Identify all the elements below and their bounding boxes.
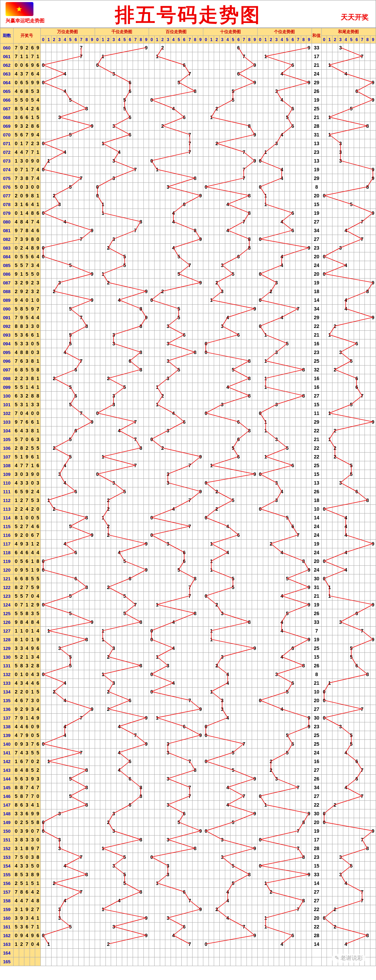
data-row: 0928833088330222 <box>0 322 376 331</box>
data-row: 1216685566855300 <box>0 574 376 583</box>
data-row: 1027040070400111 <box>0 409 376 418</box>
data-row: 0654685346853266 <box>0 87 376 96</box>
data-row: 1577864278642277 <box>0 888 376 896</box>
data-row: 1093039030390155 <box>0 470 376 479</box>
data-row: 0699328693286288 <box>0 122 376 130</box>
data-row: 076503005030088 <box>0 183 376 191</box>
data-row: 1132242022420100 <box>0 505 376 514</box>
data-row: 1458874788747344 <box>0 783 376 792</box>
data-row: 1483369933699300 <box>0 810 376 818</box>
col-pos-1: 千位走势图 <box>95 28 149 36</box>
data-row: 1104330343303133 <box>0 479 376 487</box>
data-row: 0683661536615211 <box>0 113 376 122</box>
data-row: 0731309013090133 <box>0 157 376 165</box>
data-row: 0827398073980277 <box>0 235 376 244</box>
data-row: 1315832858328266 <box>0 662 376 670</box>
data-row: 0617117171171177 <box>0 52 376 61</box>
data-row: 0724477144771233 <box>0 148 376 157</box>
data-row: 0705679456794311 <box>0 130 376 139</box>
data-row: 0905859758597344 <box>0 305 376 313</box>
data-row: 0607926979269333 <box>0 43 376 52</box>
data-row: 1255583555835266 <box>0 609 376 618</box>
data-row: 1400937609376255 <box>0 740 376 748</box>
header-right: 天天开奖 <box>341 13 369 22</box>
data-row: 0678542685426255 <box>0 105 376 113</box>
data-row: 1369293492934277 <box>0 705 376 714</box>
data-row: 1513833038330177 <box>0 835 376 844</box>
data-row: 1062825528255222 <box>0 444 376 453</box>
data-row: 1169206792067244 <box>0 531 376 539</box>
data-row: 0917954479544299 <box>0 313 376 322</box>
data-row: 0869155091550200 <box>0 270 376 278</box>
col-tail: 和尾走势图 <box>321 28 376 36</box>
data-row: 1121275312753188 <box>0 496 376 505</box>
data-row: 1394790547905255 <box>0 731 376 740</box>
data-row: 1384460944609233 <box>0 722 376 731</box>
empty-row: 165 <box>0 958 376 966</box>
page-title: 排五号码走势图 <box>0 2 376 29</box>
data-row: 1006328863288277 <box>0 391 376 400</box>
data-row: 1523189731897288 <box>0 844 376 853</box>
data-row: 1478634186341222 <box>0 801 376 810</box>
col-pos-2: 百位走势图 <box>149 28 203 36</box>
data-row: 1438485284852277 <box>0 766 376 775</box>
data-row: 1046438164381222 <box>0 426 376 435</box>
data-row: 1620949609496288 <box>0 931 376 940</box>
data-row: 1490255802558200 <box>0 818 376 827</box>
data-row: 0935366153661211 <box>0 331 376 339</box>
data-row: 1039766197661299 <box>0 418 376 426</box>
col-pos-4: 个位走势图 <box>258 28 312 36</box>
data-row: 1116592465924266 <box>0 487 376 496</box>
empty-row: 164 <box>0 949 376 958</box>
data-row: 1342201522015100 <box>0 687 376 696</box>
data-row: 1228275982759311 <box>0 583 376 592</box>
data-row: 1084771647716255 <box>0 461 376 470</box>
data-row: 0710172301723133 <box>0 139 376 148</box>
data-row: 0855573455734244 <box>0 261 376 270</box>
data-row: 1235570455704211 <box>0 592 376 601</box>
data-row: 1186464464644244 <box>0 548 376 557</box>
data-row: 1055706357063211 <box>0 435 376 444</box>
data-row: 1584474844748277 <box>0 896 376 905</box>
data-row: 1269848498484333 <box>0 618 376 627</box>
data-row: 1155274652746244 <box>0 522 376 531</box>
trend-table: 期数开奖号万位走势图千位走势图百位走势图十位走势图个位走势图和值和尾走势图012… <box>0 28 376 966</box>
data-row: 0899401094010144 <box>0 296 376 305</box>
data-row: 1631270412704144 <box>0 940 376 949</box>
col-pos-3: 十位走势图 <box>203 28 258 36</box>
col-pos-0: 万位走势图 <box>40 28 95 36</box>
watermark: ✎ 老谢说彩 <box>332 954 366 963</box>
data-row: 0783164131641155 <box>0 200 376 209</box>
data-row: 1015313353133155 <box>0 400 376 409</box>
data-row: 132010430104388 <box>0 670 376 679</box>
data-row: 0945330553305166 <box>0 339 376 348</box>
data-row: 0873292332923199 <box>0 278 376 287</box>
data-row: 1190561805618200 <box>0 557 376 566</box>
data-row: 0995514155141166 <box>0 383 376 391</box>
data-row: 1562515125151144 <box>0 879 376 888</box>
data-row: 0620069600696211 <box>0 61 376 70</box>
data-row: 1075196151961222 <box>0 453 376 461</box>
data-row: 0840556405564200 <box>0 252 376 261</box>
data-row: 0790148601486199 <box>0 209 376 218</box>
col-issue: 期数 <box>0 28 14 43</box>
data-row: 0757387473874299 <box>0 174 376 183</box>
data-row: 0967638176381255 <box>0 357 376 366</box>
data-row: 1288101981019199 <box>0 635 376 644</box>
data-row: 1537503875038233 <box>0 853 376 862</box>
data-row: 127110141101477 <box>0 627 376 635</box>
data-row: 1593192731927222 <box>0 905 376 914</box>
data-row: 1148100581005144 <box>0 514 376 522</box>
data-row: 1354673046730200 <box>0 696 376 705</box>
data-row: 1377914979149300 <box>0 714 376 722</box>
data-row: 1558538985389333 <box>0 870 376 879</box>
data-row: 0882923229232188 <box>0 287 376 296</box>
data-row: 1544335043350155 <box>0 862 376 870</box>
data-row: 0830248902489233 <box>0 244 376 252</box>
data-row: 1200951909519244 <box>0 566 376 574</box>
data-row: 0819784697846344 <box>0 226 376 235</box>
data-row: 0640659906599299 <box>0 78 376 87</box>
data-row: 1334344643446211 <box>0 679 376 687</box>
data-row: 1421670216702166 <box>0 757 376 766</box>
data-row: 0976855868558322 <box>0 366 376 374</box>
